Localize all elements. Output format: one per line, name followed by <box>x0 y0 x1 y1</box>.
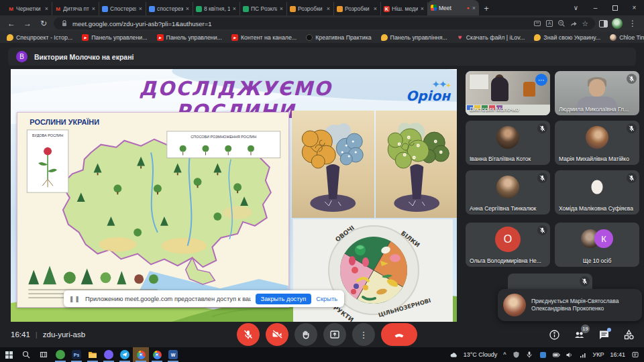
shield-icon[interactable] <box>513 351 520 359</box>
tile-anna[interactable]: Анна Сергіївна Тинкалюк <box>466 170 550 215</box>
tile-liudmyla[interactable]: Людмила Миколаївна Гл... <box>555 71 639 115</box>
bookmark-item[interactable]: ▶Контент на канале... <box>231 34 297 41</box>
bluetooth-icon[interactable] <box>539 351 547 359</box>
bookmark-item[interactable]: Панель управління... <box>381 34 447 41</box>
minimize-button[interactable]: – <box>586 0 605 15</box>
tab-close-icon[interactable]: × <box>185 5 190 12</box>
logo-text: Оріон <box>390 90 450 101</box>
activities-button[interactable] <box>623 329 635 341</box>
tab-close-icon[interactable]: × <box>138 5 143 12</box>
network-icon[interactable] <box>580 351 587 359</box>
tray-expand-icon[interactable]: ^ <box>503 351 506 358</box>
tab-close-icon[interactable]: × <box>326 5 331 12</box>
stop-sharing-button[interactable]: Закрыть доступ <box>256 294 312 304</box>
restore-button[interactable] <box>605 0 625 15</box>
bookmark-label: Панель управлени... <box>166 34 222 41</box>
tab-close-icon[interactable]: × <box>420 5 425 12</box>
keyboard-language[interactable]: УКР <box>593 351 604 358</box>
search-button[interactable] <box>17 347 35 362</box>
taskbar-app-explorer[interactable] <box>85 347 101 362</box>
participants-button[interactable]: 19 <box>574 329 585 341</box>
start-button[interactable] <box>0 347 17 362</box>
tile-more-people[interactable]: К Ще 10 осіб <box>555 223 639 267</box>
reload-button[interactable]: ↻ <box>38 19 50 28</box>
tab-close-icon[interactable]: × <box>232 5 237 12</box>
bookmark-item[interactable]: Знай свою Украину... <box>534 34 600 41</box>
reading-list-icon[interactable] <box>533 19 541 27</box>
tab-rozrobky-2[interactable]: Розробки × <box>334 2 381 15</box>
meeting-details-button[interactable] <box>549 329 560 341</box>
tab-docs-1[interactable]: Спостереж × <box>99 2 146 15</box>
tab-close-icon[interactable]: × <box>472 5 476 11</box>
tile-options-button[interactable]: ⋯ <box>535 74 547 86</box>
bookmark-star-icon[interactable]: ☆ <box>582 19 588 28</box>
browser-tab-strip: M Чернетки п × M Дитяча пте × Спостереж … <box>0 0 644 15</box>
tab-meet-active[interactable]: Meet ● × <box>428 0 479 15</box>
tab-medyk[interactable]: K Ніш. медик × <box>381 2 428 15</box>
bookmark-item[interactable]: ♥Скачать файл | iLov... <box>457 34 525 41</box>
end-call-button[interactable] <box>381 323 417 346</box>
close-window-button[interactable]: × <box>625 0 644 15</box>
tab-search-chevron[interactable]: ∨ <box>566 0 586 15</box>
tab-label: спостереж <box>157 5 183 12</box>
chat-notification-dot <box>607 328 611 332</box>
action-center-icon[interactable] <box>631 351 639 359</box>
bookmark-item[interactable]: Креативна Практика <box>306 34 371 41</box>
participant-letter-avatar: О <box>495 227 521 252</box>
shared-screen-slide: ДОСЛІДЖУЄМО РОСЛИНИ ✦✦✦ Оріон РОСЛИНИ УК… <box>11 69 457 322</box>
battery-icon[interactable] <box>553 351 560 359</box>
taskbar-app-telegram[interactable] <box>117 347 133 362</box>
tab-rozrobky-1[interactable]: Розробки у × <box>287 2 334 15</box>
back-button[interactable]: ← <box>5 19 17 28</box>
hide-share-bar-button[interactable]: Скрыть <box>316 296 339 302</box>
tab-close-icon[interactable]: × <box>91 5 96 12</box>
present-screen-button[interactable] <box>323 323 346 346</box>
bookmark-item[interactable]: Спецпроект - Істор... <box>7 34 72 41</box>
taskbar-app-browser[interactable] <box>149 347 165 362</box>
tile-ivanna[interactable]: Іванна Віталіївна Коток <box>466 121 550 165</box>
profile-avatar[interactable] <box>612 18 623 29</box>
new-tab-button[interactable]: + <box>479 2 494 15</box>
tab-gmail-2[interactable]: M Дитяча пте × <box>52 2 99 15</box>
tab-docs-2[interactable]: спостереж × <box>146 2 193 15</box>
bookmark-item[interactable]: ▶Панель управлени... <box>82 34 147 41</box>
weather-text[interactable]: 13°C Cloudy <box>464 351 498 358</box>
mic-toggle-button[interactable] <box>237 323 260 346</box>
avatar-icon <box>610 34 616 41</box>
aimp-icon <box>56 350 65 359</box>
translate-icon[interactable]: A <box>545 19 553 27</box>
taskbar-app-word[interactable]: W <box>165 347 181 362</box>
tile-khomida[interactable]: Хоміда Маліковна Суфіяєва <box>555 170 639 215</box>
tab-sheets-2[interactable]: ПС Розклад × <box>240 2 287 15</box>
tab-close-icon[interactable]: × <box>44 5 49 12</box>
task-view-button[interactable] <box>35 347 52 362</box>
taskbar-clock[interactable]: 16:41 <box>610 351 625 358</box>
tray-mic-icon[interactable] <box>526 351 533 359</box>
zoom-out-icon[interactable] <box>557 19 566 27</box>
tile-maria[interactable]: Марія Михайлівна Матійко <box>555 121 639 165</box>
raise-hand-button[interactable] <box>294 323 317 346</box>
side-panel-icon[interactable] <box>599 20 608 27</box>
tile-viktoria[interactable]: ⋯ Виктория Молочко <box>466 71 550 115</box>
tile-olha[interactable]: О Ольга Володимирівна Не... <box>466 223 550 267</box>
taskbar-app-viber[interactable] <box>101 347 117 362</box>
taskbar-app-photoshop[interactable]: Ps <box>68 347 85 362</box>
chat-button[interactable] <box>598 329 610 341</box>
tab-close-icon[interactable]: × <box>373 5 378 12</box>
tab-close-icon[interactable]: × <box>279 5 284 12</box>
taskbar-app-chrome-active[interactable] <box>133 347 149 362</box>
share-icon[interactable] <box>570 19 578 27</box>
bookmark-item[interactable]: ▶Панель управлени... <box>157 34 222 41</box>
weather-cloud-icon <box>450 351 458 359</box>
browser-menu-icon[interactable]: ⋮ <box>627 19 639 28</box>
speaker-icon[interactable] <box>566 351 574 359</box>
more-options-button[interactable]: ⋮ <box>352 323 375 346</box>
forward-button[interactable]: → <box>21 19 34 28</box>
omnibox[interactable]: meet.google.com/zdu-yuri-asb?pli=1&authu… <box>54 17 595 29</box>
bookmark-item[interactable]: Chloe Ting - My Fit... <box>610 34 644 41</box>
camera-toggle-button[interactable] <box>266 323 288 346</box>
taskbar-app-aimp[interactable] <box>52 347 68 362</box>
tab-sheets-1[interactable]: 8 квітня, 1 × <box>193 2 240 15</box>
share-message: Приложению meet.google.com предоставлен … <box>85 296 250 302</box>
tab-gmail-drafts[interactable]: M Чернетки п × <box>5 2 52 15</box>
